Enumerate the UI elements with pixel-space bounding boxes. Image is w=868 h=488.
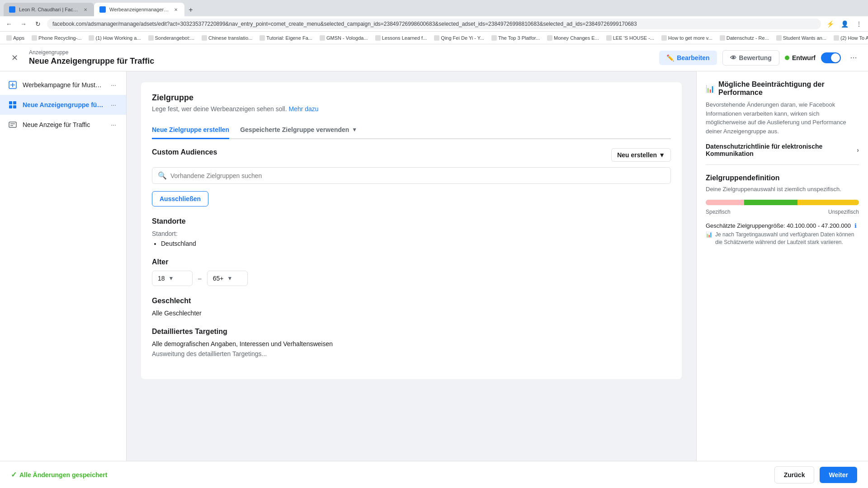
bookmark-15[interactable]: (2) How To Add A... <box>831 34 868 42</box>
sidebar-ad-label: Neue Anzeige für Traffic <box>23 121 104 128</box>
chevron-right-icon: › <box>857 146 859 154</box>
neu-erstellen-button[interactable]: Neu erstellen ▼ <box>611 148 671 162</box>
main-content: Werbekampagne für Muster... ··· Neue Anz… <box>0 71 868 461</box>
bookmark-10[interactable]: Money Changes E... <box>544 34 602 42</box>
bookmark-5[interactable]: Tutorial: Eigene Fa... <box>257 34 315 42</box>
age-max-select[interactable]: 65+ ▼ <box>207 271 248 286</box>
geschlecht-section: Geschlecht Alle Geschlechter <box>152 297 671 317</box>
gauge-yellow-segment <box>797 200 859 205</box>
bookmark-1[interactable]: Phone Recycling-... <box>29 34 84 42</box>
search-input[interactable] <box>170 172 665 179</box>
address-bar[interactable]: facebook.com/adsmanager/manage/adsets/ed… <box>47 19 821 29</box>
bookmark-favicon-8 <box>434 35 439 41</box>
status-badge: Entwurf <box>785 54 816 61</box>
profile-button[interactable]: 👤 <box>839 19 850 29</box>
tab-favicon-fb <box>9 6 15 13</box>
bookmark-apps[interactable]: Apps <box>4 34 27 42</box>
sidebar-campaign-more[interactable]: ··· <box>108 80 119 90</box>
tab-ads-manager[interactable]: Werbeanzeigenmanager - We... ✕ <box>94 3 184 16</box>
svg-rect-2 <box>13 101 16 104</box>
age-min-value: 18 <box>158 275 165 282</box>
audience-note: 📊 Je nach Targetingauswahl und verfügbar… <box>706 231 859 246</box>
tab-close-fb[interactable]: ✕ <box>82 6 89 13</box>
audience-def-title: Zielgruppendefinition <box>706 174 859 182</box>
section-desc: Lege fest, wer deine Werbeanzeigen sehen… <box>152 105 671 113</box>
audiences-header: Custom Audiences Neu erstellen ▼ <box>152 148 671 162</box>
age-min-select[interactable]: 18 ▼ <box>152 271 193 286</box>
close-button[interactable]: ✕ <box>7 51 22 65</box>
bookmark-favicon-2 <box>89 35 94 41</box>
reload-button[interactable]: ↻ <box>33 19 43 29</box>
back-button[interactable]: Zurück <box>774 466 815 483</box>
tab-neue-zielgruppe[interactable]: Neue Zielgruppe erstellen <box>152 122 229 139</box>
gauge-labels: Spezifisch Unspezifisch <box>706 209 859 215</box>
edit-button[interactable]: ✏️ Bearbeiten <box>659 51 717 65</box>
right-panel: 📊 Mögliche Beeinträchtigung der Performa… <box>696 71 868 461</box>
sidebar-campaign-label: Werbekampagne für Muster... <box>23 81 104 89</box>
sidebar-item-campaign[interactable]: Werbekampagne für Muster... ··· <box>0 75 126 95</box>
sidebar-item-ad[interactable]: Neue Anzeige für Traffic ··· <box>0 115 126 135</box>
bookmark-14[interactable]: Student Wants an... <box>774 34 829 42</box>
forward-nav-button[interactable]: → <box>18 19 29 29</box>
menu-button[interactable]: ⋮ <box>854 19 864 29</box>
bookmark-favicon-10 <box>547 35 552 41</box>
status-label: Entwurf <box>792 54 816 61</box>
bookmark-favicon-12 <box>661 35 667 41</box>
targeting-section: Detailliertes Targeting Alle demografisc… <box>152 328 671 357</box>
audience-size: Geschätzte Zielgruppengröße: 40.100.000 … <box>706 222 859 229</box>
status-toggle[interactable] <box>821 52 841 63</box>
preview-icon: 👁 <box>730 54 736 61</box>
bookmark-12[interactable]: How to get more v... <box>659 34 715 42</box>
bookmark-13[interactable]: Datenschutz - Re... <box>717 34 772 42</box>
edit-icon: ✏️ <box>666 54 674 61</box>
tab-close-ads[interactable]: ✕ <box>173 6 179 13</box>
more-options-button[interactable]: ··· <box>846 51 861 65</box>
audience-def-desc: Deine Zielgruppenauswahl ist ziemlich un… <box>706 186 859 192</box>
age-max-value: 65+ <box>213 275 224 282</box>
save-status: ✓ Alle Änderungen gespeichert <box>11 470 107 479</box>
sidebar-item-adset[interactable]: Neue Anzeigengruppe für ... ··· <box>0 95 126 115</box>
search-box[interactable]: 🔍 <box>152 167 671 184</box>
bookmark-8[interactable]: Qing Fei De Yi - Y... <box>431 34 487 42</box>
datenschutz-link-section[interactable]: Datenschutzrichtlinie für elektronische … <box>706 143 859 157</box>
standort-label: Standort: <box>152 230 671 237</box>
extensions-button[interactable]: ⚡ <box>825 19 835 29</box>
sidebar: Werbekampagne für Muster... ··· Neue Anz… <box>0 71 127 461</box>
new-tab-button[interactable]: + <box>184 4 197 16</box>
sidebar-adset-more[interactable]: ··· <box>108 99 119 110</box>
geschlecht-title: Geschlecht <box>152 297 671 305</box>
browser-tabs: Leon R. Chaudhari | Facebook ✕ Werbeanze… <box>0 0 868 16</box>
back-nav-button[interactable]: ← <box>4 19 14 29</box>
url-text: facebook.com/adsmanager/manage/adsets/ed… <box>52 21 637 27</box>
ausschliessen-button[interactable]: Ausschließen <box>152 191 208 206</box>
age-max-chevron: ▼ <box>227 275 233 282</box>
geschlecht-value: Alle Geschlechter <box>152 310 671 317</box>
bookmark-3[interactable]: Sonderangebot:... <box>146 34 197 42</box>
info-icon[interactable]: ℹ <box>854 222 857 229</box>
bookmark-11[interactable]: LEE 'S HOUSE -... <box>604 34 657 42</box>
performance-title: 📊 Mögliche Beeinträchtigung der Performa… <box>706 80 859 97</box>
header-actions: ✏️ Bearbeiten 👁 Bewertung Entwurf ··· <box>659 50 861 66</box>
tab-label-fb: Leon R. Chaudhari | Facebook <box>19 7 79 12</box>
bookmark-6[interactable]: GMSN - Vologda... <box>317 34 371 42</box>
save-checkmark-icon: ✓ <box>11 470 17 479</box>
bookmark-favicon-15 <box>834 35 839 41</box>
status-dot-green <box>785 56 789 60</box>
bookmark-4[interactable]: Chinese translatio... <box>199 34 255 42</box>
preview-button[interactable]: 👁 Bewertung <box>722 50 779 66</box>
tab-gespeicherte-zielgruppe[interactable]: Gespeicherte Zielgruppe verwenden ▼ <box>240 122 357 139</box>
bookmark-favicon-5 <box>259 35 265 41</box>
app-header: ✕ Anzeigengruppe Neue Anzeigengruppe für… <box>0 44 868 71</box>
bookmark-7[interactable]: Lessons Learned f... <box>373 34 430 42</box>
next-button[interactable]: Weiter <box>820 467 857 483</box>
tab-bar: Neue Zielgruppe erstellen Gespeicherte Z… <box>152 122 671 139</box>
chevron-down-icon-neu: ▼ <box>659 151 665 159</box>
sidebar-ad-more[interactable]: ··· <box>108 119 119 130</box>
performance-desc: Bevorstehende Änderungen daran, wie Face… <box>706 100 859 136</box>
bookmark-2[interactable]: (1) How Working a... <box>86 34 143 42</box>
bookmark-9[interactable]: The Top 3 Platfor... <box>489 34 542 42</box>
audience-def-section: Zielgruppendefinition Deine Zielgruppena… <box>706 174 859 246</box>
custom-audiences-title: Custom Audiences <box>152 148 217 156</box>
mehr-dazu-link[interactable]: Mehr dazu <box>289 105 319 113</box>
tab-facebook[interactable]: Leon R. Chaudhari | Facebook ✕ <box>4 3 94 16</box>
